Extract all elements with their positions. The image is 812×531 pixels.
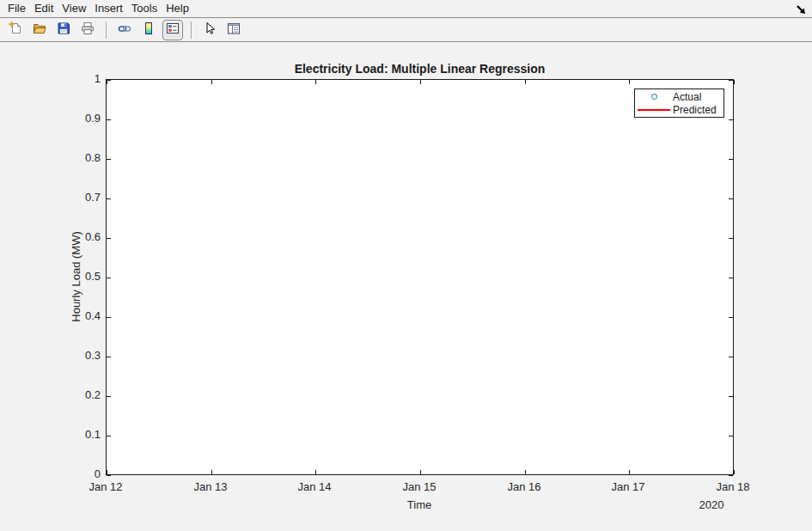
y-tick-label: 0.6: [58, 230, 101, 243]
x-tick-label: Jan 13: [172, 480, 249, 493]
chart-title: Electricity Load: Multiple Linear Regres…: [106, 62, 734, 76]
matlab-figure-window: { "window": { "background": "#f2f2f2" },…: [0, 0, 812, 531]
y-tick-right: [729, 475, 733, 476]
y-tick-right: [729, 317, 733, 318]
x-tick-top: [525, 80, 526, 84]
y-tick-label: 1: [58, 72, 101, 85]
x-tick-label: Jan 14: [276, 480, 353, 493]
open-file-icon: [32, 21, 47, 39]
y-tick: [107, 159, 111, 160]
insert-legend-button[interactable]: [162, 20, 183, 40]
x-tick-top: [734, 80, 735, 84]
y-tick-right: [729, 198, 733, 199]
plot-browser-icon: [226, 21, 241, 39]
save-figure-button[interactable]: [53, 20, 74, 40]
y-tick: [107, 357, 111, 357]
edit-plot-button[interactable]: [199, 20, 220, 40]
link-plot-icon: [117, 21, 132, 39]
y-tick-right: [729, 238, 733, 239]
new-figure-icon: [8, 21, 23, 39]
insert-legend-icon: [165, 21, 180, 39]
legend-sample: [635, 109, 673, 111]
menu-item-tools[interactable]: Tools: [127, 0, 162, 17]
print-figure-button[interactable]: [77, 20, 98, 40]
open-file-button[interactable]: [29, 20, 50, 40]
y-tick-right: [729, 80, 733, 81]
menu-item-edit[interactable]: Edit: [30, 0, 58, 17]
menu-item-view[interactable]: View: [58, 0, 90, 17]
y-tick-label: 0.9: [58, 112, 101, 125]
toolbar-separator: [106, 21, 107, 39]
y-tick-label: 0: [58, 467, 101, 480]
print-figure-icon: [80, 21, 95, 39]
legend-sample: [635, 94, 673, 100]
new-figure-button[interactable]: [5, 20, 26, 40]
y-tick-right: [729, 119, 733, 120]
x-axis-year-label: 2020: [660, 498, 763, 511]
y-tick: [107, 198, 111, 199]
y-tick-label: 0.2: [58, 388, 101, 401]
insert-colorbar-icon: [141, 21, 156, 39]
y-tick-label: 0.1: [58, 428, 101, 441]
y-tick-label: 0.3: [58, 349, 101, 362]
x-tick: [420, 470, 421, 474]
menu-item-help[interactable]: Help: [162, 0, 193, 17]
menu-item-file[interactable]: File: [3, 0, 30, 17]
figure-toolbar: [0, 18, 812, 42]
x-tick: [525, 470, 526, 474]
y-tick-right: [729, 278, 733, 278]
y-tick-label: 0.5: [58, 270, 101, 283]
y-tick: [107, 238, 111, 239]
x-tick: [629, 470, 630, 474]
edit-plot-icon: [202, 21, 217, 39]
y-tick-label: 0.8: [58, 151, 101, 164]
x-tick-label: Jan 18: [694, 480, 772, 493]
y-tick-right: [729, 159, 733, 160]
x-tick: [734, 470, 735, 474]
y-tick: [107, 436, 111, 436]
y-tick-label: 0.7: [58, 191, 101, 204]
legend-entry-predicted: Predicted: [635, 103, 723, 116]
x-tick-top: [315, 80, 316, 84]
y-tick: [107, 396, 111, 397]
y-tick: [107, 317, 111, 318]
x-tick-top: [211, 80, 212, 84]
y-tick-label: 0.4: [58, 309, 101, 322]
menu-bar: FileEditViewInsertToolsHelp: [0, 0, 812, 18]
x-tick-top: [629, 80, 630, 84]
legend-line-sample: [638, 109, 670, 111]
x-tick: [107, 470, 107, 474]
x-tick-label: Jan 17: [589, 480, 667, 493]
legend[interactable]: ActualPredicted: [634, 88, 724, 118]
arrow-se-cursor-icon: [795, 3, 807, 19]
y-tick: [107, 119, 111, 120]
y-tick-right: [729, 396, 733, 397]
toolbar-separator: [191, 21, 192, 39]
menu-item-insert[interactable]: Insert: [90, 0, 127, 17]
legend-entry-actual: Actual: [635, 90, 723, 103]
legend-label: Actual: [673, 91, 701, 103]
plot-area: [106, 79, 734, 475]
y-tick: [107, 80, 111, 81]
x-tick-label: Jan 15: [381, 480, 458, 493]
plot-browser-button[interactable]: [223, 20, 244, 40]
y-tick-right: [729, 436, 733, 436]
insert-colorbar-button[interactable]: [138, 20, 159, 40]
x-tick-label: Jan 16: [485, 480, 563, 493]
legend-marker-circle: [651, 94, 657, 100]
x-tick-label: Jan 12: [67, 480, 144, 493]
y-tick: [107, 278, 111, 278]
x-tick: [211, 470, 212, 474]
y-tick: [107, 475, 111, 476]
save-figure-icon: [56, 21, 71, 39]
link-plot-button[interactable]: [114, 20, 135, 40]
figure-canvas: Electricity Load: Multiple Linear Regres…: [0, 42, 812, 531]
x-tick: [315, 470, 316, 474]
x-tick-top: [420, 80, 421, 84]
y-tick-right: [729, 357, 733, 357]
legend-label: Predicted: [673, 104, 717, 116]
x-axis-label: Time: [368, 498, 471, 511]
